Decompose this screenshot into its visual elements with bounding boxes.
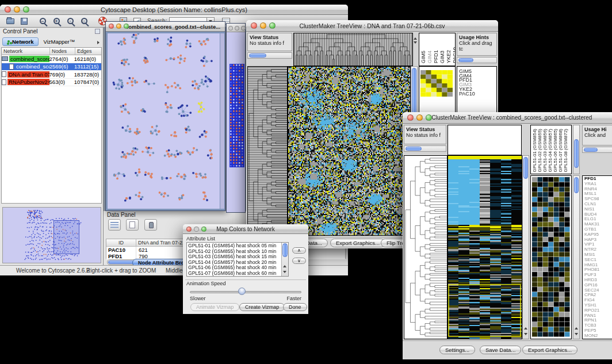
tv1-zoom-heatmap[interactable] (420, 70, 453, 97)
network-view-titlebar[interactable]: combined_scores_good.txt--cluste... (106, 22, 225, 32)
tv1-global-heatmap[interactable] (288, 66, 411, 236)
column-label[interactable]: GPL51-04 (GSM857) (548, 129, 553, 173)
minimize-icon[interactable] (116, 24, 121, 29)
attribute-list-vscrollbar[interactable] (281, 243, 288, 276)
tv2-column-dendrogram[interactable] (447, 125, 522, 155)
tv1-row-dendrogram[interactable] (247, 66, 288, 236)
network-tree-row[interactable]: RNAPuberNov2+563(0)107847(0) (2, 79, 101, 87)
tv2-status-hscrollbar[interactable] (404, 145, 446, 152)
treeview1-titlebar[interactable]: ClusterMaker TreeView : DNA and Tran 07-… (246, 20, 498, 32)
tv2-global-heatmap[interactable] (447, 155, 522, 339)
tv2-row-dendrogram[interactable] (404, 155, 447, 339)
column-label[interactable]: GPL51-07 (GSM868) (558, 129, 563, 173)
network-tree-row[interactable]: combined_scores2764(0)16218(0) (2, 55, 101, 63)
scroll-thumb[interactable] (523, 157, 528, 179)
column-label[interactable]: GPL51-01 (GSM854) (532, 129, 537, 173)
scroll-thumb[interactable] (458, 58, 473, 62)
done-button[interactable]: Done (283, 303, 307, 311)
treeview-button[interactable]: Export Graphics... (522, 346, 577, 354)
network-tree-row[interactable]: combined_sco2569(6)13112(15) (2, 63, 101, 71)
close-icon[interactable] (251, 22, 257, 29)
main-titlebar[interactable]: Cytoscape Desktop (Session Name: collins… (0, 5, 348, 15)
slider-thumb[interactable] (238, 288, 246, 295)
minimize-icon[interactable] (260, 22, 266, 29)
zoom-window-icon[interactable] (201, 227, 206, 232)
network-vscrollbar[interactable] (220, 33, 224, 209)
column-header-network[interactable]: Network (2, 48, 50, 55)
zoom-window-icon[interactable] (23, 6, 29, 13)
column-label[interactable]: YKE2 (446, 50, 452, 63)
zoom-out-icon[interactable] (36, 16, 49, 27)
tv1-column-dendrogram[interactable] (293, 33, 413, 66)
close-icon[interactable] (407, 114, 414, 121)
close-icon[interactable] (109, 24, 114, 29)
dense-grid-network-canvas[interactable] (230, 64, 244, 167)
zoom-in-icon[interactable] (49, 16, 63, 27)
column-label[interactable]: PAC10 (452, 47, 456, 63)
tab-overflow-button[interactable] (97, 36, 100, 47)
tv2-zoom-heatmap[interactable] (532, 177, 570, 337)
zoom-fit-icon[interactable] (77, 16, 91, 27)
treeview-button[interactable]: Save Data... (480, 346, 521, 354)
treeview2-titlebar[interactable]: ClusterMaker TreeView : combined_scores_… (403, 112, 612, 124)
animate-vizmap-button[interactable]: Animate Vizmap (190, 303, 239, 311)
column-header-nodes[interactable]: Nodes (50, 48, 75, 55)
tv2-zoom-panel[interactable] (530, 175, 572, 339)
network-tree-row[interactable]: DNA and Tran 07769(0)183728(0) (2, 71, 101, 79)
column-header-edges[interactable]: Edges (75, 48, 101, 55)
close-icon[interactable] (5, 6, 11, 13)
background-window-titlebar[interactable] (227, 24, 245, 32)
scroll-thumb[interactable] (574, 139, 579, 168)
attribute-list-item[interactable]: GPL51-07 (GSM868) heat shock 60 min (187, 271, 281, 277)
zoom-window-icon[interactable] (269, 22, 276, 29)
column-label[interactable]: GPL51-08 (GSM872) (563, 129, 568, 173)
tv2-hints-hscrollbar[interactable] (582, 147, 612, 153)
column-label[interactable]: GPL51-02 (GSM855) (537, 129, 542, 173)
zoom-window-icon[interactable] (426, 114, 432, 121)
treeview-button[interactable]: Export Graphics... (330, 239, 385, 247)
scroll-thumb[interactable] (584, 148, 598, 152)
birdseye-canvas[interactable] (3, 208, 101, 263)
new-attribute-icon[interactable] (126, 219, 139, 231)
close-icon[interactable] (228, 26, 233, 30)
close-icon[interactable] (186, 227, 192, 232)
tv2-heatmap-vscrollbar[interactable] (522, 155, 529, 339)
tab-vizmapper[interactable]: VizMapper™ (39, 37, 79, 46)
create-vizmap-button[interactable]: Create Vizmap (239, 303, 285, 311)
data-column-id[interactable]: ID (106, 239, 136, 246)
delete-attribute-icon[interactable] (144, 219, 157, 231)
tv1-hints-hscrollbar[interactable] (457, 57, 497, 63)
tv2-labels-vscrollbar[interactable] (573, 125, 580, 174)
move-up-button[interactable]: ∧ (292, 247, 306, 254)
minimize-icon[interactable] (14, 6, 20, 13)
birdseye-view[interactable] (2, 207, 101, 263)
column-label[interactable]: GIM4 (427, 51, 433, 63)
tv2-zoom-vscrollbar[interactable] (573, 175, 580, 339)
open-session-icon[interactable] (3, 16, 17, 27)
background-network-window[interactable] (226, 23, 246, 213)
column-label[interactable]: GPL51-03 (GSM856) (542, 129, 548, 173)
column-label[interactable]: GIM3 (439, 51, 445, 63)
gene-label[interactable]: PAC10 (459, 92, 496, 97)
minimize-icon[interactable] (235, 26, 239, 30)
minimize-icon[interactable] (194, 227, 199, 232)
zoom-selected-icon[interactable] (63, 16, 77, 27)
move-down-button[interactable]: ∨ (292, 258, 306, 264)
gene-label[interactable]: MON2 (584, 334, 612, 339)
minimize-icon[interactable] (416, 114, 423, 121)
column-label[interactable]: PFD1 (433, 50, 439, 63)
animation-speed-slider[interactable] (190, 291, 301, 293)
scroll-thumb[interactable] (249, 53, 266, 58)
tv1-status-hscrollbar[interactable] (247, 52, 292, 59)
zoom-window-icon[interactable] (241, 26, 246, 30)
table-mode-icon[interactable] (108, 219, 121, 231)
scroll-thumb[interactable] (406, 147, 422, 151)
column-label[interactable]: GIM5 (420, 51, 426, 63)
tv1-scroll-arrows[interactable] (414, 37, 417, 44)
float-panel-icon[interactable] (95, 29, 100, 34)
scroll-thumb[interactable] (282, 243, 288, 257)
map-dialog-titlebar[interactable]: Map Colors to Network (183, 224, 308, 234)
scroll-thumb[interactable] (574, 177, 579, 193)
save-session-icon[interactable] (17, 16, 31, 27)
treeview-button[interactable]: Settings... (439, 346, 475, 354)
